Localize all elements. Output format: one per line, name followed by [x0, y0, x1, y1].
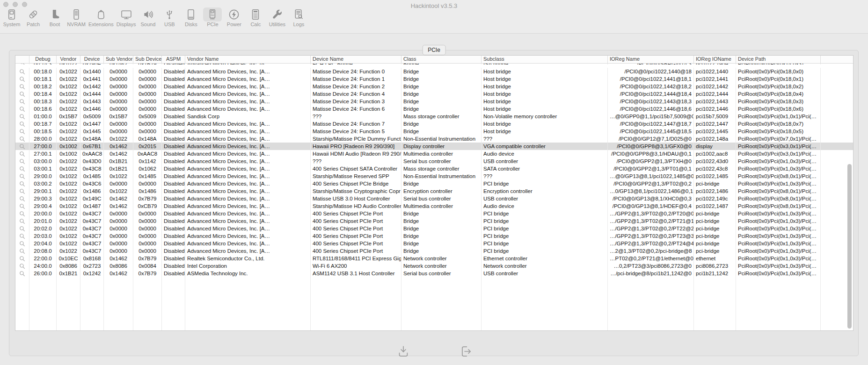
open-export-button[interactable] [458, 344, 472, 358]
inspect-icon[interactable] [19, 99, 25, 105]
row-icon-cell [15, 217, 29, 225]
table-row[interactable]: 29:00.10x10220x14860x10220x1486DisabledA… [15, 187, 853, 195]
table-row[interactable]: 26:00.00x1B210x12420x14620x7B79DisabledA… [15, 270, 853, 277]
toolbar-item-boot[interactable]: Boot [44, 7, 66, 27]
table-row[interactable]: 00:18.40x10220x14440x00000x0000DisabledA… [15, 90, 853, 98]
inspect-icon[interactable] [19, 151, 25, 157]
table-row[interactable]: 03:00.00x10220x43D00x1B210x1142DisabledA… [15, 157, 853, 165]
toolbar-item-nvram[interactable]: NVRAM [66, 7, 87, 27]
inspect-icon[interactable] [19, 64, 25, 64]
toolbar-item-utilities[interactable]: Utilities [266, 7, 288, 27]
inspect-icon[interactable] [19, 69, 25, 75]
column-header-device_path[interactable]: Device Path [736, 56, 821, 63]
toolbar-item-usb[interactable]: USB [159, 7, 180, 27]
toolbar-item-disks[interactable]: Disks [180, 7, 202, 27]
inspect-icon[interactable] [19, 76, 25, 82]
table-row[interactable]: 00:14.30x10220x790E0x14620x7B79DisabledA… [15, 64, 853, 68]
inspect-icon[interactable] [19, 121, 25, 127]
toolbar-item-logs[interactable]: Logs [288, 7, 309, 27]
cell-ioreg_name: /PCI0@0/SBRG@14,3 [608, 64, 694, 64]
table-row[interactable]: 00:18.00x10220x14400x00000x0000DisabledA… [15, 68, 853, 75]
table-row[interactable]: 20:02.00x10220x43C70x00000x0000DisabledA… [15, 225, 853, 232]
toolbar-item-power[interactable]: Power [223, 7, 245, 27]
inspect-icon[interactable] [19, 143, 25, 150]
table-row[interactable]: 29:00.40x10220x14870x14620xCB79DisabledA… [15, 202, 853, 210]
inspect-icon[interactable] [19, 129, 25, 135]
inspect-icon[interactable] [19, 248, 25, 254]
inspect-icon[interactable] [19, 233, 25, 239]
inspect-icon[interactable] [19, 226, 25, 232]
table-row[interactable]: 24:00.00x80860x27230x80860x0084DisabledI… [15, 262, 853, 270]
vertical-scrollbar[interactable] [847, 56, 853, 330]
column-header-debug[interactable]: Debug [29, 56, 57, 63]
inspect-icon[interactable] [19, 188, 25, 194]
column-header-device_name[interactable]: Device Name [311, 56, 401, 63]
cell-sub_vendor: 0x1022 [104, 172, 133, 180]
table-row[interactable]: 28:00.00x10220x148A0x10220x148ADisabledA… [15, 135, 853, 143]
column-header-vendor[interactable]: Vendor [57, 56, 80, 63]
table-row[interactable]: 00:18.50x10220x14450x00000x0000DisabledA… [15, 128, 853, 135]
cell-device_name: Matisse Device 24: Function 6 [311, 105, 401, 113]
cell-debug: 20:02.0 [29, 225, 57, 232]
table-row[interactable]: 01:00.00x15B70x50090x15B70x5009DisabledS… [15, 113, 853, 120]
inspect-icon[interactable] [19, 84, 25, 90]
inspect-icon[interactable] [19, 136, 25, 142]
cell-ioreg_ioname: pci1022,43d0 [694, 157, 736, 165]
row-icon-cell [15, 225, 29, 232]
toolbar-item-calc[interactable]: Calc [245, 7, 266, 27]
table-row[interactable]: 00:18.60x10220x14460x00000x0000DisabledA… [15, 105, 853, 113]
column-header-device[interactable]: Device [80, 56, 104, 63]
toolbar-item-system[interactable]: System [1, 7, 22, 27]
table-row[interactable]: 27:00.10x10020xAAC80x14620xAAC8DisabledA… [15, 150, 853, 157]
table-row[interactable]: 29:00.00x10220x14850x10220x1485DisabledA… [15, 172, 853, 180]
column-header-ioreg_ioname[interactable]: IOReg IOName [694, 56, 736, 63]
export-button[interactable] [396, 344, 410, 358]
column-header-subclass[interactable]: Subclass [481, 56, 608, 63]
column-header-inspect[interactable] [15, 56, 29, 63]
cell-device_path: PciRoot(0x0)/Pci(0x1,0x3)/Pci(… [736, 165, 821, 172]
table-row[interactable]: 27:00.00x10020x67B10x14620x2015DisabledA… [15, 143, 853, 150]
table-row[interactable]: 00:18.10x10220x14410x00000x0000DisabledA… [15, 75, 853, 83]
inspect-icon[interactable] [19, 196, 25, 202]
toolbar-item-patch[interactable]: Patch [22, 7, 44, 27]
tab-pcie[interactable]: PCIe [422, 45, 446, 55]
inspect-icon[interactable] [19, 256, 25, 262]
table-row[interactable]: 20:08.00x10220x43C70x00000x0000DisabledA… [15, 247, 853, 255]
table-row[interactable]: 20:04.00x10220x43C70x00000x0000DisabledA… [15, 240, 853, 247]
inspect-icon[interactable] [19, 158, 25, 165]
table-row[interactable]: 20:01.00x10220x43C70x00000x0000DisabledA… [15, 217, 853, 225]
column-header-sub_vendor[interactable]: Sub Vendor [104, 56, 133, 63]
table-row[interactable]: 00:18.30x10220x14430x00000x0000DisabledA… [15, 98, 853, 105]
inspect-icon[interactable] [19, 173, 25, 179]
column-header-vendor_name[interactable]: Vendor Name [185, 56, 311, 63]
column-header-aspm[interactable]: ASPM [162, 56, 185, 63]
toolbar-item-sound[interactable]: Sound [137, 7, 159, 27]
table-row[interactable]: 03:00.10x10220x43C80x1B210x1062DisabledA… [15, 165, 853, 172]
scrollbar-thumb[interactable] [847, 164, 852, 329]
table-row[interactable]: 20:00.00x10220x43C70x00000x0000DisabledA… [15, 210, 853, 217]
inspect-icon[interactable] [19, 218, 25, 224]
inspect-icon[interactable] [19, 211, 25, 217]
inspect-icon[interactable] [19, 203, 25, 209]
table-row[interactable]: 29:00.30x10220x149C0x14620x7B79DisabledA… [15, 195, 853, 202]
inspect-icon[interactable] [19, 263, 25, 269]
inspect-icon[interactable] [19, 241, 25, 247]
inspect-icon[interactable] [19, 114, 25, 120]
inspect-icon[interactable] [19, 106, 25, 112]
inspect-icon[interactable] [19, 91, 25, 97]
table-row[interactable]: 20:03.00x10220x43C70x00000x0000DisabledA… [15, 232, 853, 240]
table-row[interactable]: 22:00.00x10EC0x81680x14620x7B79DisabledR… [15, 255, 853, 262]
table-row[interactable]: 00:18.70x10220x14470x00000x0000DisabledA… [15, 120, 853, 128]
column-header-sub_device[interactable]: Sub Device [133, 56, 162, 63]
inspect-icon[interactable] [19, 181, 25, 187]
inspect-icon[interactable] [19, 166, 25, 172]
toolbar-item-displays[interactable]: Displays [115, 7, 138, 27]
inspect-icon[interactable] [19, 271, 25, 277]
table-row[interactable]: 00:18.20x10220x14420x00000x0000DisabledA… [15, 83, 853, 90]
cell-device_path: PciRoot(0x0)/Pci(0x1,0x3)/Pci(… [736, 262, 821, 270]
column-header-class[interactable]: Class [401, 56, 481, 63]
toolbar-item-pcie[interactable]: PCIe [202, 7, 223, 27]
column-header-ioreg_name[interactable]: IOReg Name [608, 56, 694, 63]
toolbar-item-extensions[interactable]: Extensions [87, 7, 115, 27]
table-row[interactable]: 03:00.20x10220x43C60x00000x0000DisabledA… [15, 180, 853, 187]
